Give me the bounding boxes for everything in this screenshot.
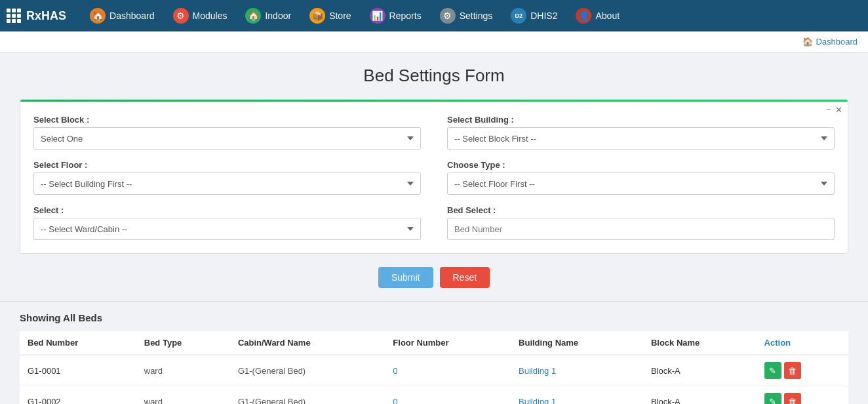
col-header-floor-number: Floor Number: [385, 331, 511, 355]
nav-item-dhis2[interactable]: D2 DHIS2: [503, 4, 565, 28]
breadcrumb: 🏠 Dashboard: [0, 31, 868, 52]
nav-item-modules[interactable]: ⚙ Modules: [165, 4, 235, 28]
form-group-select-block: Select Block : Select One: [33, 115, 421, 150]
modules-icon: ⚙: [173, 8, 189, 24]
minimize-button[interactable]: −: [826, 105, 831, 115]
table-section: Showing All Beds Bed Number Bed Type Cab…: [20, 312, 848, 404]
select-building-dropdown[interactable]: -- Select Block First --: [447, 127, 835, 150]
about-icon: 👤: [576, 8, 591, 24]
select-label: Select :: [33, 205, 421, 215]
table-row: G1-0002 ward G1-(General Bed) 0 Building…: [20, 386, 848, 405]
table-row: G1-0001 ward G1-(General Bed) 0 Building…: [20, 355, 848, 386]
cell-bed-type: ward: [136, 355, 230, 386]
bed-number-input[interactable]: [447, 218, 835, 240]
table-header-row: Bed Number Bed Type Cabin/Ward Name Floo…: [20, 331, 848, 355]
col-header-action: Action: [757, 331, 848, 355]
nav-item-dashboard[interactable]: 🏠 Dashboard: [82, 4, 163, 28]
select-building-label: Select Building :: [447, 115, 835, 125]
cell-cabin-name: G1-(General Bed): [230, 386, 385, 405]
select-block-dropdown[interactable]: Select One: [33, 127, 421, 150]
col-header-cabin-ward: Cabin/Ward Name: [230, 331, 385, 355]
form-card-controls: − ✕: [826, 105, 842, 115]
dashboard-icon: 🏠: [90, 8, 106, 24]
close-button[interactable]: ✕: [835, 105, 842, 115]
form-grid: Select Block : Select One Select Buildin…: [33, 115, 835, 240]
grid-icon: [7, 9, 21, 23]
store-icon: 📦: [309, 8, 325, 24]
select-ward-dropdown[interactable]: -- Select Ward/Cabin --: [33, 218, 421, 240]
cell-floor-number: 0: [385, 386, 511, 405]
select-block-label: Select Block :: [33, 115, 421, 125]
dhis2-icon: D2: [511, 8, 526, 24]
breadcrumb-dashboard-link[interactable]: 🏠 Dashboard: [802, 37, 858, 47]
edit-button[interactable]: ✎: [764, 362, 781, 379]
breadcrumb-label: Dashboard: [816, 37, 858, 47]
navbar: RxHAS 🏠 Dashboard ⚙ Modules 🏠 Indoor 📦 S…: [0, 0, 868, 31]
bed-select-label: Bed Select :: [447, 205, 835, 215]
edit-button[interactable]: ✎: [764, 393, 781, 404]
choose-type-label: Choose Type :: [447, 160, 835, 170]
col-header-bed-type: Bed Type: [136, 331, 230, 355]
nav-item-store[interactable]: 📦 Store: [302, 4, 359, 28]
form-card-top-border: [20, 100, 848, 102]
action-row: Submit Reset: [20, 267, 848, 288]
cell-floor-number: 0: [385, 355, 511, 386]
col-header-bed-number: Bed Number: [20, 331, 136, 355]
main-content: Bed Settings Form − ✕ Select Block : Sel…: [0, 52, 868, 404]
form-group-bed-select: Bed Select :: [447, 205, 835, 240]
delete-button[interactable]: 🗑: [784, 393, 801, 404]
nav-item-reports[interactable]: 📊 Reports: [362, 4, 429, 28]
col-header-building-name: Building Name: [511, 331, 643, 355]
indoor-icon: 🏠: [245, 8, 261, 24]
brand[interactable]: RxHAS: [7, 9, 66, 23]
delete-button[interactable]: 🗑: [784, 362, 801, 379]
nav-item-settings[interactable]: ⚙ Settings: [432, 4, 501, 28]
cell-action: ✎ 🗑: [757, 386, 848, 405]
cell-action: ✎ 🗑: [757, 355, 848, 386]
form-card: − ✕ Select Block : Select One Select Bui…: [20, 99, 848, 254]
cell-building-name: Building 1: [511, 355, 643, 386]
reset-button[interactable]: Reset: [440, 267, 490, 288]
reports-icon: 📊: [370, 8, 385, 24]
cell-bed-type: ward: [136, 386, 230, 405]
select-floor-dropdown[interactable]: -- Select Building First --: [33, 172, 421, 195]
form-group-select-floor: Select Floor : -- Select Building First …: [33, 160, 421, 195]
submit-button[interactable]: Submit: [378, 267, 433, 288]
nav-item-about[interactable]: 👤 About: [568, 4, 627, 28]
breadcrumb-home-icon: 🏠: [802, 37, 813, 47]
page-title: Bed Settings Form: [20, 66, 848, 86]
form-group-select-ward: Select : -- Select Ward/Cabin --: [33, 205, 421, 240]
cell-bed-number: G1-0002: [20, 386, 136, 405]
form-group-choose-type: Choose Type : -- Select Floor First --: [447, 160, 835, 195]
settings-icon: ⚙: [440, 8, 456, 24]
choose-type-dropdown[interactable]: -- Select Floor First --: [447, 172, 835, 195]
beds-table: Bed Number Bed Type Cabin/Ward Name Floo…: [20, 331, 848, 404]
cell-bed-number: G1-0001: [20, 355, 136, 386]
divider: [0, 301, 868, 302]
form-group-select-building: Select Building : -- Select Block First …: [447, 115, 835, 150]
nav-item-indoor[interactable]: 🏠 Indoor: [237, 4, 299, 28]
brand-name: RxHAS: [26, 9, 66, 23]
cell-cabin-name: G1-(General Bed): [230, 355, 385, 386]
select-floor-label: Select Floor :: [33, 160, 421, 170]
cell-block-name: Block-A: [643, 355, 757, 386]
cell-building-name: Building 1: [511, 386, 643, 405]
cell-block-name: Block-A: [643, 386, 757, 405]
col-header-block-name: Block Name: [643, 331, 757, 355]
showing-all-beds-label: Showing All Beds: [20, 312, 848, 323]
